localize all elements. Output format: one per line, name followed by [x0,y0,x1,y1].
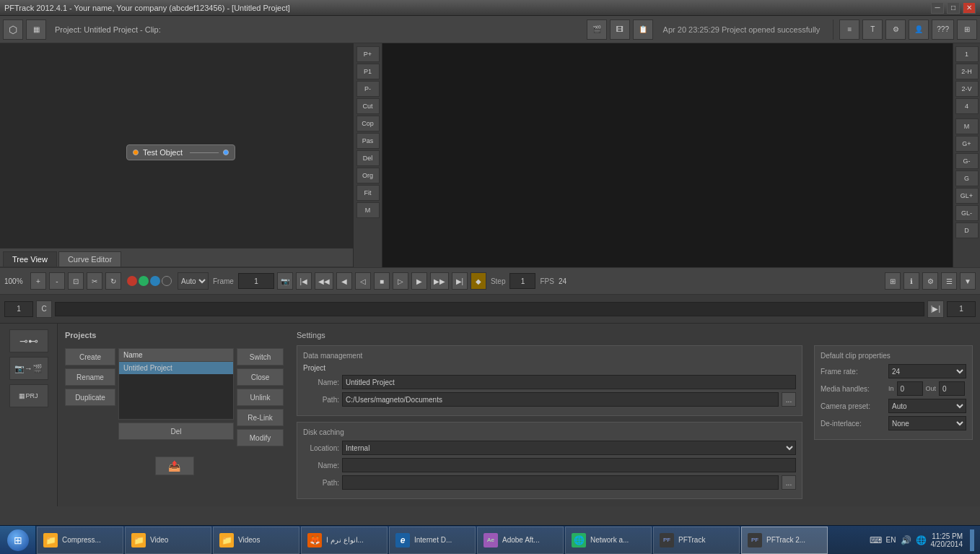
cache-path-browse-button[interactable]: ... [782,475,796,490]
color-red[interactable] [127,276,137,286]
project-list-item[interactable]: Untitled Project [119,362,233,374]
settings-button[interactable]: ⚙ [885,20,906,40]
organize-button[interactable]: Org [356,168,380,183]
prev-button[interactable]: ◀◀ [315,272,333,290]
project-icon-btn[interactable]: ▦PRJ [9,384,48,407]
del-project-button[interactable]: Del [118,423,234,440]
g-button[interactable]: G [955,170,979,186]
frame-rate-select[interactable]: 24 25 30 [888,364,966,378]
delete-button[interactable]: Del [356,150,380,166]
p-minus-button[interactable]: P- [356,81,380,97]
view-4-button[interactable]: 4 [955,98,979,114]
maximize-button[interactable]: □ [947,2,960,14]
camera-button[interactable]: 🎬 [587,20,607,40]
key-button[interactable]: ◆ [471,272,486,290]
next-button[interactable]: ▶▶ [430,272,449,290]
cut-timeline-button[interactable]: ✂ [87,272,102,290]
expand-timeline-button[interactable]: ⊞ [885,272,901,290]
taskbar-ae[interactable]: Ae Adobe Aft... [477,527,564,554]
color-green[interactable] [139,276,149,286]
gl-plus-button[interactable]: GL+ [955,188,979,204]
tl-extra1-button[interactable]: ☰ [941,272,957,290]
taskbar-ie[interactable]: e Internet D... [389,527,476,554]
taskbar-network[interactable]: 🌐 Network a... [565,527,652,554]
view-m-button[interactable]: M [955,118,979,134]
info-button[interactable]: ℹ [904,272,919,290]
tab-curve-editor[interactable]: Curve Editor [58,251,121,267]
relink-project-button[interactable]: Re-Link [237,409,284,426]
g-minus-button[interactable]: G- [955,153,979,169]
m-button[interactable]: M [356,202,380,218]
camera-preset-select[interactable]: Auto [888,399,966,413]
create-project-button[interactable]: Create [65,348,115,365]
p-plus-button[interactable]: P+ [356,46,380,62]
notes-button[interactable]: ≡ [839,20,859,40]
start-frame-input[interactable] [4,301,33,317]
tab-tree-view[interactable]: Tree View [3,251,57,267]
node-graph-button[interactable]: ⬡ [3,20,23,40]
rename-project-button[interactable]: Rename [65,368,115,386]
d-button[interactable]: D [955,222,979,238]
taskbar-compress[interactable]: 📁 Compress... [37,527,123,554]
show-desktop-button[interactable] [970,529,974,551]
taskbar-pftrack2[interactable]: PF PFTrack 2... [741,527,828,554]
frame-input[interactable] [238,273,274,289]
end-frame-input[interactable] [947,301,976,317]
switch-project-button[interactable]: Switch [237,348,284,365]
viewport[interactable] [382,43,953,267]
key-last-button[interactable]: ▶| [452,272,468,290]
out-value-input[interactable] [939,381,965,396]
g-plus-button[interactable]: G+ [955,136,979,152]
fit-timeline-button[interactable]: ⊡ [68,272,84,290]
fit-button[interactable]: Fit [356,185,380,201]
test-object-node[interactable]: Test Object [126,144,235,160]
copy-button[interactable]: Cop [356,116,380,131]
project-list[interactable]: Untitled Project [118,362,234,420]
zoom-in-button[interactable]: + [30,272,46,290]
close-button[interactable]: ✕ [963,2,976,14]
zoom-out-button[interactable]: - [49,272,65,290]
view-2v-button[interactable]: 2-V [955,81,979,97]
text-button[interactable]: T [862,20,883,40]
modify-project-button[interactable]: Modify [237,429,284,446]
taskbar-videos[interactable]: 📁 Videos [213,527,299,554]
stop-button[interactable]: ■ [374,272,390,290]
node-canvas[interactable]: Test Object [0,43,353,248]
timeline-end-button[interactable]: |▶| [927,300,944,318]
taskbar-pftrack[interactable]: PF PFTrack [653,527,740,554]
play-back-button[interactable]: ◁ [355,272,371,290]
taskbar-video[interactable]: 📁 Video [125,527,211,554]
location-select[interactable]: Internal [342,441,796,455]
filmstrip-button[interactable]: 🎞 [610,20,630,40]
project-path-input[interactable] [342,392,779,407]
slider-icon[interactable]: ⊸⊷ [9,329,48,352]
view-1-button[interactable]: 1 [955,46,979,62]
play-button[interactable]: ▷ [393,272,408,290]
user-button[interactable]: 👤 [909,20,929,40]
tl-settings-button[interactable]: ⚙ [922,272,938,290]
cut-button[interactable]: Cut [356,98,380,114]
step-input[interactable] [509,273,535,289]
camera-tl-button[interactable]: 📷 [277,272,293,290]
auto-select[interactable]: Auto [178,272,209,290]
tl-extra2-button[interactable]: ▼ [960,272,976,290]
view-2h-button[interactable]: 2-H [955,64,979,79]
loop-button[interactable]: ↻ [105,272,121,290]
start-button[interactable]: ⊞ [0,526,36,555]
unlink-project-button[interactable]: Unlink [237,389,284,406]
spreadsheet-button[interactable]: ▦ [26,20,46,40]
minimize-button[interactable]: ─ [931,2,944,14]
cache-path-input[interactable] [342,475,779,490]
extra-button[interactable]: ⊞ [957,20,977,40]
duplicate-project-button[interactable]: Duplicate [65,389,115,406]
color-circle[interactable] [162,276,172,286]
help-button[interactable]: ??? [932,20,954,40]
close-project-button[interactable]: Close [237,368,284,386]
path-browse-button[interactable]: ... [782,392,796,407]
in-value-input[interactable] [897,381,923,396]
clipboard-button[interactable]: 📋 [633,20,653,40]
export-button[interactable]: 📤 [155,456,194,475]
step-back-button[interactable]: ◀ [336,272,352,290]
camera-icon-btn[interactable]: 📷→🎬 [9,357,48,380]
key-first-button[interactable]: |◀ [296,272,312,290]
